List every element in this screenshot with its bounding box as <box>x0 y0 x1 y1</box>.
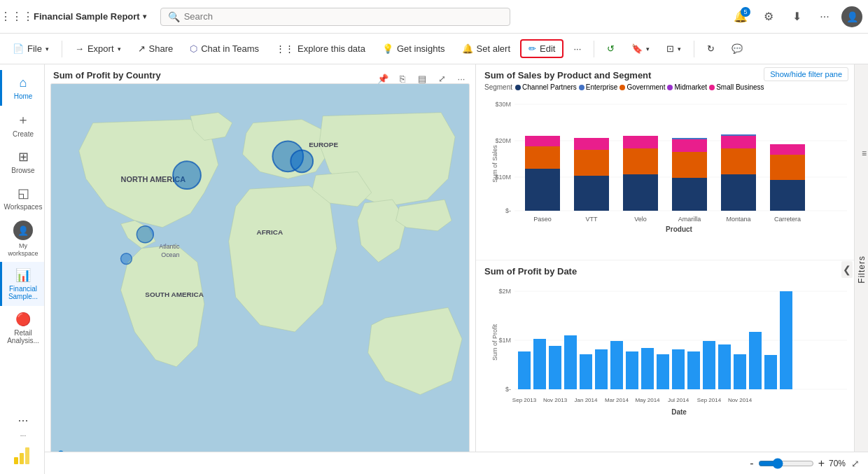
search-box[interactable]: 🔍 <box>160 8 510 26</box>
svg-text:$30M: $30M <box>495 101 511 108</box>
govt-dot <box>620 85 625 90</box>
my-workspace-label: My workspace <box>5 242 41 258</box>
avatar[interactable]: 👤 <box>841 6 862 27</box>
svg-text:May 2014: May 2014 <box>635 397 660 403</box>
sidebar-item-my-workspace[interactable]: 👤 My workspace <box>0 216 44 262</box>
zoom-minus-btn[interactable]: - <box>750 457 753 470</box>
edit-icon: ✏ <box>528 43 536 54</box>
insights-label: Get insights <box>397 43 445 54</box>
svg-rect-26 <box>623 174 658 211</box>
alert-label: Set alert <box>477 43 510 54</box>
sidebar: ⌂ Home ＋ Create ⊞ Browse ◱ Workspaces 👤 … <box>0 64 45 474</box>
export-btn[interactable]: → Export ▾ <box>68 40 128 57</box>
more-label: ... <box>20 430 26 438</box>
filter-btn[interactable]: ▤ <box>414 70 430 87</box>
svg-text:Nov 2013: Nov 2013 <box>543 397 568 403</box>
comment-btn[interactable]: 💬 <box>724 40 750 57</box>
copy-btn[interactable]: ⎘ <box>394 70 411 87</box>
zoom-slider[interactable] <box>758 458 814 469</box>
alert-btn[interactable]: 🔔 Set alert <box>455 40 517 57</box>
channel-dot <box>515 85 521 90</box>
govt-label: Government <box>626 83 665 91</box>
grid-icon-btn[interactable]: ⋮⋮⋮ <box>6 6 28 28</box>
avatar-icon: 👤 <box>846 11 858 22</box>
svg-rect-67 <box>749 332 762 389</box>
file-btn[interactable]: 📄 File ▾ <box>6 40 56 57</box>
expand-btn[interactable]: ⤢ <box>433 70 450 87</box>
bottom-bar: - + 70% ⤢ <box>45 452 868 474</box>
show-hide-filter-btn[interactable]: Show/hide filter pane <box>764 67 848 81</box>
refresh-btn[interactable]: ↺ <box>600 40 622 57</box>
settings-btn[interactable]: ⚙ <box>757 6 780 28</box>
svg-rect-19 <box>525 146 560 169</box>
chat-teams-btn[interactable]: ⬡ Chat in Teams <box>183 40 266 57</box>
sidebar-item-financial[interactable]: 📊 Financial Sample... <box>0 262 44 306</box>
svg-text:Date: Date <box>671 408 687 416</box>
financial-label: Financial Sample... <box>5 285 41 300</box>
segment-text: Segment <box>484 83 512 91</box>
sidebar-item-retail[interactable]: 🔴 Retail Analysis... <box>0 306 44 350</box>
bubble-north-america[interactable] <box>173 161 201 189</box>
bookmark-chevron: ▾ <box>646 46 650 53</box>
bubble-central-am[interactable] <box>136 226 153 243</box>
bookmark-btn[interactable]: 🔖 ▾ <box>624 40 657 57</box>
svg-rect-59 <box>626 351 638 389</box>
divider3 <box>694 41 694 57</box>
export-chevron: ▾ <box>118 46 121 53</box>
svg-text:Jul 2014: Jul 2014 <box>668 397 690 403</box>
svg-rect-69 <box>780 291 792 389</box>
more-btn[interactable]: ··· <box>813 6 836 28</box>
page-refresh-icon: ↻ <box>707 43 715 54</box>
svg-text:Amarilla: Amarilla <box>678 216 701 223</box>
insights-icon: 💡 <box>382 43 393 54</box>
sidebar-item-home[interactable]: ⌂ Home <box>0 70 44 106</box>
svg-rect-35 <box>721 174 756 211</box>
svg-rect-37 <box>721 136 756 148</box>
search-input[interactable] <box>184 11 503 22</box>
insights-btn[interactable]: 💡 Get insights <box>375 40 452 57</box>
svg-text:Velo: Velo <box>634 216 647 223</box>
svg-rect-27 <box>623 148 658 174</box>
sidebar-item-create[interactable]: ＋ Create <box>0 106 44 144</box>
notification-btn[interactable]: 🔔 5 <box>729 6 752 28</box>
app-title: Financial Sample Report ▾ <box>34 11 146 22</box>
svg-rect-41 <box>770 155 805 180</box>
svg-rect-61 <box>657 354 669 389</box>
bubble-europe2[interactable] <box>290 150 313 172</box>
create-label: Create <box>13 130 34 138</box>
divider1 <box>62 41 62 57</box>
midmarket-label: Midmarket <box>674 83 707 91</box>
svg-text:Sep 2014: Sep 2014 <box>697 397 722 403</box>
svg-text:$20M: $20M <box>495 137 511 144</box>
enterprise-dot <box>579 85 584 90</box>
svg-text:$1M: $1M <box>498 337 511 344</box>
edit-btn[interactable]: ✏ Edit <box>520 39 564 58</box>
more-icon: ··· <box>820 11 829 23</box>
filter-bars-icon[interactable]: ≡ <box>862 148 867 158</box>
line-chart-title: Sum of Profit by Date <box>484 266 860 277</box>
share-btn[interactable]: ↗ Share <box>131 40 181 57</box>
toolbar-more-btn[interactable]: ··· <box>566 40 588 57</box>
page-refresh-btn[interactable]: ↻ <box>700 40 722 57</box>
sidebar-item-workspaces[interactable]: ◱ Workspaces <box>0 180 44 216</box>
download-btn[interactable]: ⬇ <box>785 6 808 28</box>
bubble-sa[interactable] <box>121 253 132 265</box>
zoom-plus-btn[interactable]: + <box>818 457 825 470</box>
explore-icon: ⋮⋮ <box>276 43 294 54</box>
pin-btn[interactable]: 📌 <box>374 70 391 87</box>
filter-collapse-btn[interactable]: ❮ <box>841 261 853 278</box>
filter-sidebar[interactable]: Filters <box>854 64 868 474</box>
more-dots-icon: ··· <box>18 413 28 428</box>
view-btn[interactable]: ⊡ ▾ <box>659 40 688 57</box>
svg-rect-28 <box>623 136 658 148</box>
explore-btn[interactable]: ⋮⋮ Explore this data <box>269 40 372 57</box>
sidebar-item-more[interactable]: ··· ... <box>0 407 44 443</box>
legend-channel: Channel Partners <box>515 83 577 91</box>
svg-rect-60 <box>641 348 654 389</box>
visual-more-btn[interactable]: ··· <box>453 70 470 87</box>
svg-text:Carretera: Carretera <box>774 216 801 223</box>
sidebar-item-browse[interactable]: ⊞ Browse <box>0 144 44 180</box>
retail-label: Retail Analysis... <box>5 329 41 344</box>
fit-page-btn[interactable]: ⤢ <box>851 458 860 469</box>
divider2 <box>594 41 594 57</box>
